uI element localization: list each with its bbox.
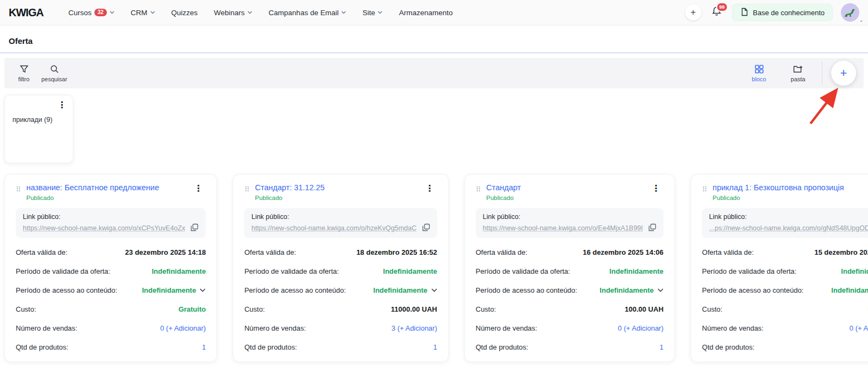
nav-item-webinars[interactable]: Webinars [214, 9, 252, 17]
offer-title-link[interactable]: название: Бесплатное предложение [27, 183, 186, 192]
sales-count: 0 [618, 324, 622, 332]
public-link-url[interactable]: ...ps://new-school-name.kwiga.com/o/gNdS… [709, 224, 868, 232]
sales-label: Número de vendas: [702, 324, 763, 332]
page-head: Oferta [0, 25, 868, 53]
offer-kebab-menu-button[interactable]: ⋮ [190, 183, 206, 194]
detail-row: Período de acesso ao conteúdo: Indefinid… [702, 281, 868, 300]
public-link-label: Link público: [23, 213, 199, 221]
drag-handle-icon[interactable]: ⠿ [16, 185, 21, 194]
folder-kebab-menu-button[interactable]: ⋮ [54, 100, 69, 111]
detail-row: Oferta válida de: 16 dezembro 2025 14:06 [476, 243, 663, 262]
offer-details: Oferta válida de: 15 dezembro 2025 19:09… [702, 243, 868, 357]
folder-label: pasta [791, 76, 806, 82]
chevron-down-icon: ⌄ [859, 18, 863, 23]
detail-row: Período de validade da oferta: Indefinid… [16, 262, 206, 281]
card-header: ⠿ приклад 1: Безкоштовна пропозиція Publ… [702, 183, 868, 201]
nav-item-crm[interactable]: CRM [131, 9, 155, 17]
filter-label: filtro [18, 76, 30, 82]
sales-label: Número de vendas: [476, 324, 537, 332]
public-link-url[interactable]: https://new-school-name.kwiga.com/o/hzeK… [251, 224, 416, 232]
chevron-down-icon[interactable] [200, 288, 206, 292]
access-period-value: Indefinidamente [599, 286, 654, 294]
detail-row: Oferta válida de: 18 dezembro 2025 16:52 [244, 243, 437, 262]
offer-card: ⠿ название: Бесплатное предложение Publi… [4, 174, 217, 362]
folder-name: приклади (9) [12, 116, 65, 124]
nav-label: Armazenamento [399, 9, 452, 17]
search-button[interactable]: pesquisar [39, 65, 69, 82]
offer-card: ⠿ Стандарт: 31.12.25 Publicado ⋮ Link pú… [233, 174, 448, 362]
nav-item-site[interactable]: Site [362, 9, 382, 17]
folder-card[interactable]: ⋮ приклади (9) [4, 95, 73, 163]
chevron-down-icon[interactable] [658, 288, 663, 292]
public-link-url[interactable]: https://new-school-name.kwiga.com/o/Ee4M… [483, 224, 643, 232]
public-link-label: Link público: [483, 213, 656, 221]
drag-handle-icon[interactable]: ⠿ [244, 185, 250, 194]
offer-kebab-menu-button[interactable]: ⋮ [648, 183, 663, 194]
cost-label: Custo: [244, 305, 265, 313]
filter-button[interactable]: filtro [9, 65, 39, 82]
nav-item-campanhas-email[interactable]: Campanhas de Email [269, 9, 346, 17]
copy-icon [422, 223, 430, 233]
products-count: 1 [202, 343, 206, 351]
kwiga-logo[interactable]: KWIGA [9, 7, 43, 19]
notifications-badge: 99 [716, 2, 728, 12]
add-sale-link[interactable]: (+ Adicionar) [856, 324, 868, 332]
public-link-box: Link público: https://new-school-name.kw… [244, 208, 437, 238]
toolbar-divider [822, 62, 822, 85]
knowledge-base-button[interactable]: Base de conhecimento [732, 4, 833, 21]
notifications-bell[interactable]: 99 [710, 5, 724, 20]
valid-from-value: 23 dezembro 2025 14:18 [125, 248, 206, 256]
detail-row: Custo: Gratuito [702, 300, 868, 319]
detail-row: Número de vendas: 3 (+ Adicionar) [244, 319, 437, 338]
nav-item-armazenamento[interactable]: Armazenamento [399, 9, 452, 17]
offer-details: Oferta válida de: 16 dezembro 2025 14:06… [476, 243, 663, 357]
public-link-label: Link público: [251, 213, 430, 221]
chevron-down-icon [378, 11, 382, 14]
add-sale-link[interactable]: (+ Adicionar) [624, 324, 663, 332]
drag-handle-icon[interactable]: ⠿ [476, 185, 481, 194]
copy-link-button[interactable] [190, 223, 199, 233]
public-link-url[interactable]: https://new-school-name.kwiga.com/o/xCPs… [23, 224, 185, 232]
public-link-box: Link público: ...ps://new-school-name.kw… [702, 208, 868, 238]
sales-count: 0 [160, 324, 164, 332]
nav-item-quizzes[interactable]: Quizzes [171, 9, 198, 17]
status-badge: Publicado [713, 195, 868, 201]
offer-details: Oferta válida de: 23 dezembro 2025 14:18… [16, 243, 206, 357]
offer-title-link[interactable]: Стандарт [486, 183, 643, 192]
offer-title-link[interactable]: Стандарт: 31.12.25 [255, 183, 417, 192]
detail-row: Número de vendas: 0 (+ Adicionar) [476, 319, 663, 338]
valid-from-value: 15 dezembro 2025 19:09 [814, 248, 868, 256]
app-root: KWIGA Cursos 32 CRM Quizzes Webinars Cam… [0, 0, 868, 374]
create-folder-button[interactable]: pasta [783, 65, 813, 82]
access-period-label: Período de acesso ao conteúdo: [476, 286, 577, 294]
detail-row: Período de validade da oferta: Indefinid… [244, 262, 437, 281]
view-block-button[interactable]: bloco [744, 65, 774, 82]
copy-link-button[interactable] [648, 223, 656, 233]
nav-item-cursos[interactable]: Cursos 32 [68, 9, 114, 17]
add-sale-link[interactable]: (+ Adicionar) [166, 324, 206, 332]
chevron-down-icon [110, 11, 114, 14]
cost-value: 100.00 UAH [624, 305, 663, 313]
page-title: Oferta [9, 36, 859, 46]
copy-icon [648, 223, 656, 233]
offer-cards-row: ⠿ название: Бесплатное предложение Publi… [0, 174, 868, 362]
add-offer-button[interactable]: + [831, 61, 856, 86]
valid-from-label: Oferta válida de: [702, 248, 754, 256]
copy-link-button[interactable] [422, 223, 430, 233]
search-icon [50, 65, 59, 74]
grid-icon [755, 65, 764, 74]
offer-kebab-menu-button[interactable]: ⋮ [422, 183, 437, 194]
quick-add-button[interactable]: + [685, 4, 701, 21]
offer-title-link[interactable]: приклад 1: Безкоштовна пропозиція [713, 183, 868, 192]
chevron-down-icon[interactable] [431, 288, 437, 292]
user-avatar[interactable]: ⌄ [841, 3, 859, 22]
chevron-down-icon [247, 11, 252, 14]
add-sale-link[interactable]: (+ Adicionar) [397, 324, 437, 332]
sales-count: 0 [850, 324, 853, 332]
valid-from-value: 16 dezembro 2025 14:06 [583, 248, 663, 256]
detail-row: Qtd de produtos: 1 [702, 338, 868, 357]
detail-row: Qtd de produtos: 1 [16, 338, 206, 357]
access-period-label: Período de acesso ao conteúdo: [244, 286, 346, 294]
drag-handle-icon[interactable]: ⠿ [702, 185, 707, 194]
products-label: Qtd de produtos: [702, 343, 755, 351]
